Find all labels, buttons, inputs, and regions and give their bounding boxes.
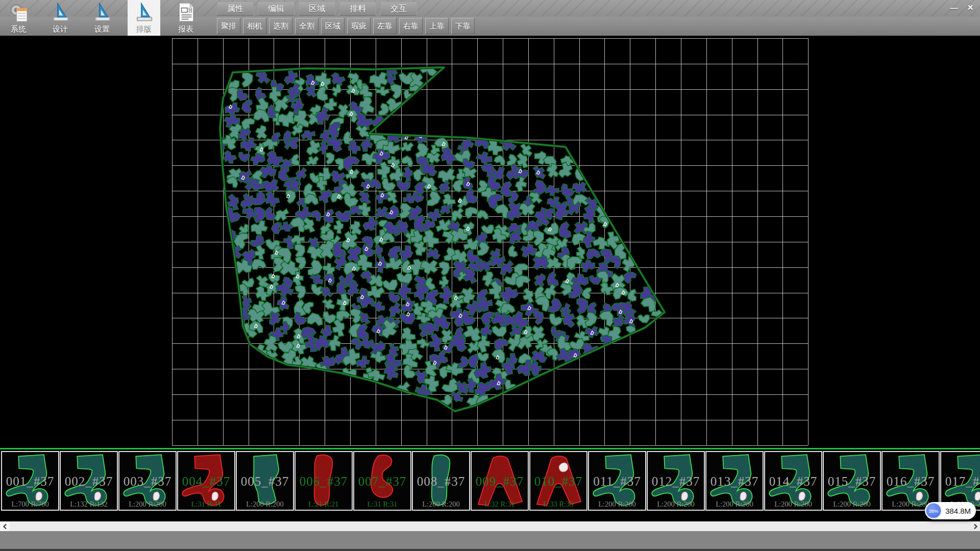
title-toolbar: 系统设计设置排版报表 属性编辑区域排料交互 聚排相机选割全割区域瑕疵左靠右靠上靠… <box>0 0 980 36</box>
piece-shape-icon <box>355 453 410 509</box>
close-button[interactable]: ✕ <box>964 2 977 13</box>
tool-item-7[interactable]: 左靠 <box>373 18 397 34</box>
main-toolbar: 系统设计设置排版报表 <box>2 0 202 36</box>
main-button-2[interactable]: 设计 <box>44 0 77 36</box>
piece-shape-icon <box>238 453 293 509</box>
menu-item-4[interactable]: 排料 <box>339 2 376 16</box>
menu-item-2[interactable]: 编辑 <box>258 2 295 16</box>
menu-item-5[interactable]: 交互 <box>380 2 417 16</box>
tool-item-8[interactable]: 右靠 <box>399 18 423 34</box>
piece-shape-icon <box>766 453 821 509</box>
piece-shape-icon <box>120 453 176 509</box>
piece-shape-icon <box>825 453 880 509</box>
piece-thumbnail-12[interactable]: 012_#37L:200 R:200 <box>647 451 705 511</box>
piece-thumbnail-3[interactable]: 003_#37L:200 R:200 <box>118 451 177 511</box>
strip-separator-line <box>0 448 980 449</box>
minimize-button[interactable]: — <box>947 2 961 13</box>
piece-thumbnail-1[interactable]: 001_#37L:700 R:700 <box>1 451 59 511</box>
tool-item-5[interactable]: 区域 <box>321 18 345 34</box>
piece-thumbnail-2[interactable]: 002_#37L:132 R:132 <box>60 451 118 511</box>
main-button-label: 设置 <box>94 24 110 34</box>
scroll-right-button[interactable] <box>970 521 980 531</box>
piece-shape-icon <box>179 453 234 509</box>
scroll-left-button[interactable] <box>0 521 10 531</box>
report-icon <box>175 2 197 23</box>
chevron-right-icon <box>973 523 978 530</box>
design-board-icon <box>50 2 71 23</box>
memory-value: 384.8M <box>945 507 971 515</box>
progress-badge: 38% <box>926 503 941 518</box>
main-button-4[interactable]: 排版 <box>128 0 160 36</box>
tool-bar: 聚排相机选割全割区域瑕疵左靠右靠上靠下靠 <box>217 18 475 34</box>
memory-usage-pill[interactable]: 38% 384.8M <box>925 502 976 519</box>
tool-item-10[interactable]: 下靠 <box>451 18 475 34</box>
piece-thumbnail-6[interactable]: 006_#37L:21 R:21 <box>295 451 353 511</box>
tool-item-3[interactable]: 选割 <box>269 18 292 34</box>
piece-shape-icon <box>649 453 704 509</box>
piece-shape-icon <box>3 453 58 509</box>
piece-thumbnail-13[interactable]: 013_#37L:200 R:200 <box>705 451 764 511</box>
main-button-3[interactable]: 设置 <box>86 0 118 36</box>
window-bottom-edge <box>0 549 980 551</box>
piece-thumbnail-8[interactable]: 008_#37L:200 R:200 <box>412 451 470 511</box>
piece-thumbnail-14[interactable]: 014_#37L:200 R:200 <box>764 451 822 511</box>
piece-shape-icon <box>473 453 528 509</box>
main-button-label: 报表 <box>178 24 193 34</box>
main-button-1[interactable]: 系统 <box>2 0 35 36</box>
tool-item-4[interactable]: 全割 <box>295 18 318 34</box>
tool-item-1[interactable]: 聚排 <box>217 18 240 34</box>
menu-item-1[interactable]: 属性 <box>217 2 254 16</box>
piece-thumbnail-4[interactable]: 004_#37L:31 R:31 <box>177 451 235 511</box>
tool-item-6[interactable]: 瑕疵 <box>347 18 371 34</box>
piece-shape-icon <box>531 453 586 509</box>
menu-bar: 属性编辑区域排料交互 <box>217 2 417 16</box>
main-button-label: 系统 <box>11 24 26 34</box>
main-button-label: 设计 <box>53 24 68 34</box>
menu-item-3[interactable]: 区域 <box>299 2 335 16</box>
main-button-5[interactable]: 报表 <box>169 0 202 36</box>
system-gear-icon <box>8 2 29 23</box>
piece-shape-icon <box>297 453 352 509</box>
design-board-icon <box>133 2 155 23</box>
design-board-icon <box>91 2 113 23</box>
piece-thumbnail-5[interactable]: 005_#37L:200 R:200 <box>236 451 294 511</box>
tool-item-9[interactable]: 上靠 <box>425 18 449 34</box>
piece-shape-icon <box>942 453 980 509</box>
piece-shape-icon <box>884 453 939 509</box>
piece-shape-icon <box>414 453 469 509</box>
nesting-workspace-canvas[interactable] <box>0 36 980 448</box>
tool-item-2[interactable]: 相机 <box>243 18 266 34</box>
piece-shape-icon <box>707 453 763 509</box>
chevron-left-icon <box>3 523 8 530</box>
piece-thumbnail-10[interactable]: 010_#37L:33 R:33 <box>529 451 587 511</box>
piece-shape-icon <box>62 453 117 509</box>
status-bar <box>0 531 980 551</box>
piece-thumbnail-15[interactable]: 015_#37L:200 R:200 <box>823 451 881 511</box>
main-button-label: 排版 <box>136 24 152 34</box>
piece-shape-icon <box>590 453 645 509</box>
piece-thumbnail-7[interactable]: 007_#37L:31 R:31 <box>353 451 411 511</box>
piece-thumbnail-11[interactable]: 011_#37L:200 R:200 <box>588 451 646 511</box>
window-controls: — ✕ <box>947 2 977 13</box>
horizontal-scrollbar[interactable] <box>0 521 980 531</box>
piece-thumbnail-16[interactable]: 016_#37L:200 R:200 <box>881 451 940 511</box>
application-window: 系统设计设置排版报表 属性编辑区域排料交互 聚排相机选割全割区域瑕疵左靠右靠上靠… <box>0 0 980 551</box>
piece-thumbnail-9[interactable]: 009_#37L:32 R:31 <box>471 451 529 511</box>
piece-thumbnail-strip: 001_#37L:700 R:700002_#37L:132 R:132003_… <box>0 451 980 513</box>
